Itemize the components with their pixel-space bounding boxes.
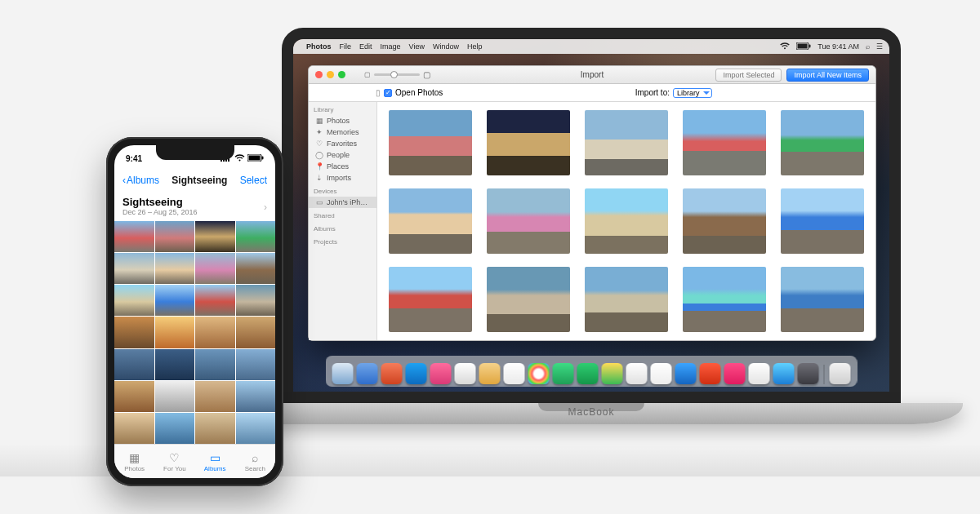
- menu-help[interactable]: Help: [467, 42, 483, 51]
- close-button[interactable]: [315, 71, 323, 78]
- dock-app-icon[interactable]: [626, 363, 648, 384]
- sidebar-item-john-s-iph-[interactable]: ▭John's iPh…: [309, 197, 376, 208]
- import-thumbnail[interactable]: [683, 267, 766, 332]
- photo-thumbnail[interactable]: [195, 381, 235, 412]
- menubar-clock[interactable]: Tue 9:41 AM: [817, 42, 859, 51]
- import-thumbnail[interactable]: [585, 188, 668, 254]
- menu-view[interactable]: View: [409, 42, 425, 51]
- dock-app-icon[interactable]: [675, 363, 697, 384]
- back-button[interactable]: ‹Albums: [122, 175, 159, 186]
- thumbnail-zoom-slider[interactable]: ▢ ▢: [364, 70, 430, 79]
- dock-app-icon[interactable]: [528, 363, 550, 384]
- tab-photos[interactable]: ▦Photos: [114, 445, 154, 478]
- dock-app-icon[interactable]: [357, 363, 378, 384]
- import-thumbnail[interactable]: [389, 188, 472, 254]
- photo-thumbnail[interactable]: [195, 253, 235, 284]
- notification-center-icon[interactable]: ☰: [876, 42, 883, 51]
- zoom-button[interactable]: [338, 71, 345, 78]
- import-thumbnail[interactable]: [683, 110, 766, 175]
- wifi-icon[interactable]: [780, 42, 790, 51]
- photo-thumbnail[interactable]: [236, 381, 276, 412]
- open-photos-checkbox[interactable]: ✓: [384, 89, 392, 97]
- album-photo-grid[interactable]: [114, 221, 275, 444]
- dock-app-icon[interactable]: [455, 363, 476, 384]
- photo-thumbnail[interactable]: [155, 221, 195, 252]
- dock-app-icon[interactable]: [577, 363, 599, 384]
- dock-app-icon[interactable]: [798, 363, 819, 384]
- import-thumbnail[interactable]: [487, 188, 570, 254]
- dock-app-icon[interactable]: [479, 363, 501, 384]
- menu-edit[interactable]: Edit: [359, 42, 372, 51]
- photo-thumbnail[interactable]: [114, 253, 154, 284]
- photo-thumbnail[interactable]: [236, 221, 276, 252]
- import-selected-button[interactable]: Import Selected: [715, 69, 782, 82]
- photo-thumbnail[interactable]: [114, 317, 154, 348]
- photo-thumbnail[interactable]: [236, 413, 276, 444]
- sidebar-item-photos[interactable]: ▦Photos: [309, 115, 376, 126]
- battery-icon[interactable]: [796, 42, 811, 51]
- photo-thumbnail[interactable]: [155, 285, 195, 316]
- menu-image[interactable]: Image: [381, 42, 401, 51]
- photo-thumbnail[interactable]: [155, 381, 195, 412]
- photo-thumbnail[interactable]: [195, 349, 235, 380]
- dock-app-icon[interactable]: [700, 363, 721, 384]
- import-thumbnail[interactable]: [781, 188, 864, 254]
- photo-thumbnail[interactable]: [155, 349, 195, 380]
- import-thumbnail[interactable]: [487, 110, 570, 175]
- import-all-button[interactable]: Import All New Items: [786, 69, 869, 82]
- dock-app-icon[interactable]: [830, 363, 851, 384]
- photo-thumbnail[interactable]: [155, 413, 195, 444]
- import-thumbnail[interactable]: [781, 110, 864, 175]
- select-button[interactable]: Select: [240, 175, 267, 186]
- dock-app-icon[interactable]: [651, 363, 672, 384]
- dock-app-icon[interactable]: [773, 363, 795, 384]
- import-thumbnail[interactable]: [683, 188, 766, 254]
- album-header[interactable]: Sightseeing Dec 26 – Aug 25, 2016 ›: [114, 193, 275, 221]
- sidebar-item-memories[interactable]: ✦Memories: [309, 126, 376, 138]
- window-titlebar[interactable]: ▢ ▢ Import Import Selected Import All Ne…: [309, 66, 875, 84]
- menubar-app-name[interactable]: Photos: [306, 42, 332, 51]
- photo-thumbnail[interactable]: [195, 413, 235, 444]
- tab-search[interactable]: ⌕Search: [235, 445, 275, 478]
- dock-app-icon[interactable]: [504, 363, 525, 384]
- menu-file[interactable]: File: [340, 42, 352, 51]
- photo-thumbnail[interactable]: [236, 349, 276, 380]
- photo-thumbnail[interactable]: [114, 221, 154, 252]
- sidebar-item-imports[interactable]: ⇣Imports: [309, 172, 376, 184]
- dock-app-icon[interactable]: [724, 363, 746, 384]
- dock-app-icon[interactable]: [749, 363, 770, 384]
- sidebar-item-favorites[interactable]: ♡Favorites: [309, 138, 376, 149]
- photo-thumbnail[interactable]: [195, 221, 235, 252]
- dock-app-icon[interactable]: [430, 363, 452, 384]
- photo-thumbnail[interactable]: [114, 413, 154, 444]
- dock-app-icon[interactable]: [553, 363, 574, 384]
- sidebar-item-places[interactable]: 📍Places: [309, 161, 376, 172]
- photo-thumbnail[interactable]: [155, 317, 195, 348]
- photo-thumbnail[interactable]: [195, 285, 235, 316]
- import-thumbnail[interactable]: [487, 267, 570, 332]
- import-thumbnail[interactable]: [389, 267, 472, 332]
- import-thumbnail[interactable]: [585, 110, 668, 175]
- spotlight-icon[interactable]: ⌕: [866, 42, 870, 51]
- photo-thumbnail[interactable]: [114, 285, 154, 316]
- sidebar-item-people[interactable]: ◯People: [309, 149, 376, 161]
- photo-thumbnail[interactable]: [114, 381, 154, 412]
- import-thumbnail[interactable]: [585, 267, 668, 332]
- dock-app-icon[interactable]: [602, 363, 623, 384]
- photo-thumbnail[interactable]: [114, 349, 154, 380]
- import-to-select[interactable]: Library: [673, 88, 712, 98]
- import-thumbnail[interactable]: [389, 110, 472, 175]
- import-thumbnail[interactable]: [781, 267, 864, 332]
- dock-app-icon[interactable]: [406, 363, 427, 384]
- photo-thumbnail[interactable]: [195, 317, 235, 348]
- photo-thumbnail[interactable]: [236, 253, 276, 284]
- dock-app-icon[interactable]: [381, 363, 403, 384]
- tab-albums[interactable]: ▭Albums: [195, 445, 235, 478]
- tab-for-you[interactable]: ♡For You: [154, 445, 194, 478]
- menu-window[interactable]: Window: [433, 42, 459, 51]
- photo-thumbnail[interactable]: [236, 285, 276, 316]
- photo-thumbnail[interactable]: [236, 317, 276, 348]
- minimize-button[interactable]: [327, 71, 334, 78]
- photo-thumbnail[interactable]: [155, 253, 195, 284]
- dock-app-icon[interactable]: [332, 363, 354, 384]
